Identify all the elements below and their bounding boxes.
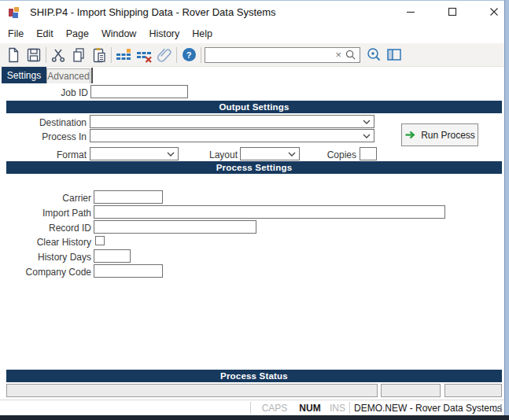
chevron-down-icon <box>363 134 371 138</box>
carrier-label: Carrier <box>0 193 91 204</box>
run-process-label: Run Process <box>421 130 475 141</box>
search-preview-button[interactable] <box>365 46 382 64</box>
desktop-edge-bottom <box>0 415 509 420</box>
layout-panels-button[interactable] <box>385 46 403 64</box>
search-clear-icon[interactable]: × <box>332 50 345 60</box>
cut-button[interactable] <box>50 46 67 64</box>
record-id-label: Record ID <box>0 223 91 234</box>
menu-file[interactable]: File <box>2 25 30 42</box>
menu-history[interactable]: History <box>142 25 186 42</box>
tab-settings[interactable]: Settings <box>2 67 46 83</box>
new-document-icon <box>5 46 22 64</box>
format-select[interactable] <box>90 147 179 160</box>
import-path-input[interactable] <box>94 205 445 219</box>
save-button[interactable] <box>25 46 42 64</box>
save-icon <box>25 46 42 64</box>
import-path-label: Import Path <box>0 208 91 219</box>
menu-bar: File Edit Page Window History Help <box>0 24 504 43</box>
menu-page[interactable]: Page <box>60 25 95 42</box>
destination-select[interactable] <box>90 115 374 128</box>
paste-button[interactable] <box>90 46 108 64</box>
toolbar-separator <box>46 47 46 63</box>
history-days-input[interactable] <box>94 249 131 263</box>
history-days-label: History Days <box>0 252 91 263</box>
process-status-header: Process Status <box>6 370 502 382</box>
destination-label: Destination <box>0 117 87 128</box>
grid-delete-record-icon <box>135 46 153 64</box>
cut-icon <box>50 46 67 64</box>
tab-advanced[interactable]: Advanced <box>46 68 90 83</box>
copies-label: Copies <box>299 149 356 160</box>
ins-indicator: INS <box>327 403 348 414</box>
layout-select[interactable] <box>240 147 300 160</box>
process-status-field-2 <box>381 384 441 397</box>
status-bar: CAPS NUM INS DEMO.NEW - Rover Data Syste… <box>0 400 504 415</box>
attachment-button[interactable] <box>156 46 173 64</box>
run-arrow-icon <box>404 130 415 140</box>
status-bar-separator <box>250 402 251 414</box>
search-icon[interactable] <box>345 49 356 61</box>
copies-input[interactable] <box>360 147 377 160</box>
new-document-button[interactable] <box>5 46 22 64</box>
minimize-button[interactable] <box>397 0 424 23</box>
app-icon <box>8 6 20 19</box>
menu-window[interactable]: Window <box>95 25 142 42</box>
process-status-field-1 <box>6 384 378 397</box>
status-bar-separator <box>349 402 350 414</box>
close-icon <box>487 6 501 18</box>
num-indicator: NUM <box>294 403 326 414</box>
clear-history-label: Clear History <box>0 237 91 248</box>
toolbar-separator <box>111 47 112 63</box>
record-id-input[interactable] <box>94 220 256 234</box>
maximize-button[interactable] <box>439 0 466 23</box>
copy-icon <box>70 46 87 64</box>
layout-panels-icon <box>385 46 403 64</box>
menu-edit[interactable]: Edit <box>30 25 60 42</box>
tab-strip-divider <box>91 68 93 83</box>
job-id-input[interactable] <box>90 85 188 98</box>
layout-label: Layout <box>181 149 238 160</box>
minimize-icon <box>404 6 418 18</box>
maximize-icon <box>445 6 459 18</box>
process-in-label: Process In <box>0 131 87 142</box>
grid-add-record-button[interactable] <box>115 46 132 64</box>
help-button[interactable]: ? <box>180 46 197 64</box>
title-bar: SHIP.P4 - Import Shipping Data - Rover D… <box>0 1 504 24</box>
carrier-input[interactable] <box>94 190 163 204</box>
application-window: SHIP.P4 - Import Shipping Data - Rover D… <box>0 0 509 420</box>
process-settings-header: Process Settings <box>6 161 502 174</box>
grid-add-record-icon <box>115 46 132 64</box>
paste-icon <box>90 46 108 64</box>
toolbar-search-box[interactable]: × <box>205 47 360 63</box>
grid-delete-record-button[interactable] <box>135 46 153 64</box>
company-code-input[interactable] <box>94 264 163 278</box>
job-id-label: Job ID <box>0 87 88 98</box>
help-icon: ? <box>183 48 196 61</box>
tab-strip: Settings Advanced <box>0 67 504 84</box>
process-in-select[interactable] <box>90 129 374 142</box>
search-preview-icon <box>365 46 382 64</box>
menu-help[interactable]: Help <box>186 25 219 42</box>
clear-history-checkbox[interactable] <box>95 236 105 245</box>
copy-button[interactable] <box>70 46 87 64</box>
connection-context: DEMO.NEW - Rover Data Systems <box>354 403 502 414</box>
caps-indicator: CAPS <box>257 403 292 414</box>
toolbar-separator <box>201 47 201 63</box>
attachment-icon <box>156 46 173 64</box>
close-button[interactable] <box>481 0 507 23</box>
search-input[interactable] <box>208 50 332 61</box>
format-label: Format <box>0 149 87 160</box>
chevron-down-icon <box>288 152 296 157</box>
desktop-edge-right <box>504 0 509 415</box>
toolbar: ? × <box>0 43 504 67</box>
chevron-down-icon <box>167 152 175 157</box>
run-process-button[interactable]: Run Process <box>401 123 478 146</box>
toolbar-separator <box>176 47 177 63</box>
resize-grip-icon[interactable] <box>494 404 503 413</box>
process-status-field-3 <box>444 384 502 397</box>
window-title: SHIP.P4 - Import Shipping Data - Rover D… <box>30 6 276 18</box>
output-settings-header: Output Settings <box>6 101 502 113</box>
company-code-label: Company Code <box>0 267 91 278</box>
chevron-down-icon <box>363 120 371 124</box>
